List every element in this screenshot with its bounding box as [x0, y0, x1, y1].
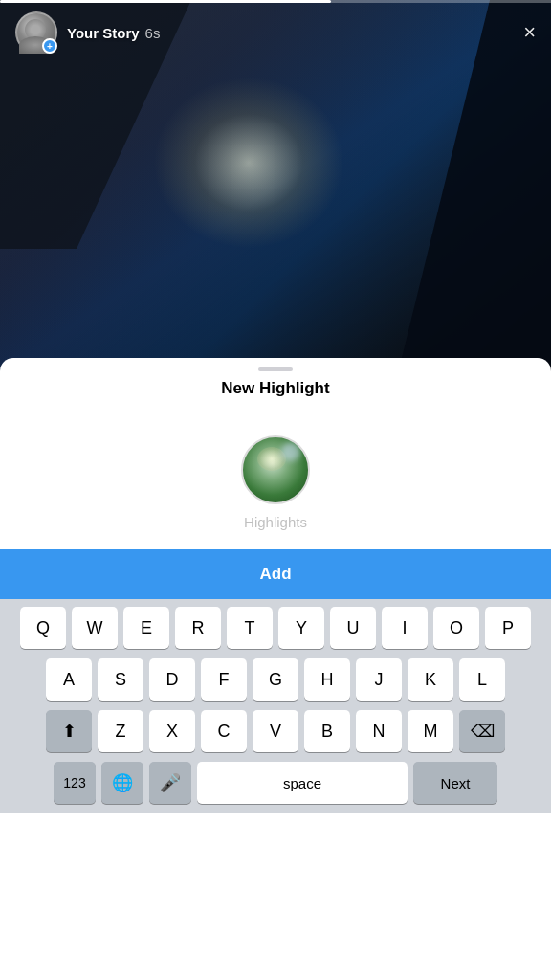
key-e[interactable]: E	[123, 607, 169, 649]
key-t[interactable]: T	[227, 607, 273, 649]
backspace-key[interactable]: ⌫	[459, 710, 505, 752]
plus-badge: +	[42, 38, 57, 54]
story-background: + Your Story 6s ×	[0, 0, 551, 373]
key-z[interactable]: Z	[98, 710, 143, 752]
key-n[interactable]: N	[356, 710, 402, 752]
key-p[interactable]: P	[485, 607, 531, 649]
add-button[interactable]: Add	[0, 549, 551, 599]
keyboard-bottom-row: 123 🌐 🎤 space Next	[3, 762, 548, 810]
key-d[interactable]: D	[149, 658, 195, 701]
close-button[interactable]: ×	[523, 20, 536, 45]
globe-key[interactable]: 🌐	[101, 762, 143, 804]
key-k[interactable]: K	[408, 658, 453, 701]
key-v[interactable]: V	[253, 710, 298, 752]
key-u[interactable]: U	[330, 607, 376, 649]
keyboard-row-2: A S D F G H J K L	[3, 658, 548, 701]
key-w[interactable]: W	[72, 607, 118, 649]
story-header: + Your Story 6s ×	[0, 11, 551, 54]
key-o[interactable]: O	[433, 607, 479, 649]
key-f[interactable]: F	[201, 658, 247, 701]
shift-key[interactable]: ⬆	[46, 710, 92, 752]
key-b[interactable]: B	[304, 710, 350, 752]
keyboard: Q W E R T Y U I O P A S D F G H J K L ⬆ …	[0, 599, 551, 813]
key-g[interactable]: G	[253, 658, 298, 701]
handle-bar	[258, 368, 293, 371]
next-key[interactable]: Next	[413, 762, 497, 804]
story-username: Your Story	[67, 25, 140, 41]
microphone-key[interactable]: 🎤	[149, 762, 191, 804]
story-duration: 6s	[145, 25, 161, 41]
key-j[interactable]: J	[356, 658, 402, 701]
key-i[interactable]: I	[382, 607, 428, 649]
sheet-handle	[0, 358, 551, 379]
story-user-info: + Your Story 6s	[15, 11, 160, 54]
story-info: Your Story 6s	[67, 25, 160, 41]
keyboard-row-1: Q W E R T Y U I O P	[3, 607, 548, 649]
bottom-sheet: New Highlight Highlights Add Q W E R T Y…	[0, 358, 551, 980]
key-s[interactable]: S	[98, 658, 143, 701]
key-r[interactable]: R	[175, 607, 221, 649]
story-progress-bar	[0, 0, 551, 3]
key-a[interactable]: A	[46, 658, 92, 701]
key-h[interactable]: H	[304, 658, 350, 701]
key-x[interactable]: X	[149, 710, 195, 752]
progress-fill	[0, 0, 331, 3]
avatar-wrap: +	[15, 11, 57, 54]
key-m[interactable]: M	[408, 710, 453, 752]
numbers-key[interactable]: 123	[54, 762, 96, 804]
sheet-title: New Highlight	[0, 379, 551, 412]
key-y[interactable]: Y	[278, 607, 324, 649]
highlight-name-placeholder: Highlights	[244, 514, 307, 530]
space-key[interactable]: space	[197, 762, 408, 804]
highlight-thumbnail[interactable]	[241, 435, 310, 504]
keyboard-row-3: ⬆ Z X C V B N M ⌫	[3, 710, 548, 752]
key-c[interactable]: C	[201, 710, 247, 752]
key-l[interactable]: L	[459, 658, 505, 701]
highlight-content: Highlights	[0, 412, 551, 530]
key-q[interactable]: Q	[20, 607, 66, 649]
